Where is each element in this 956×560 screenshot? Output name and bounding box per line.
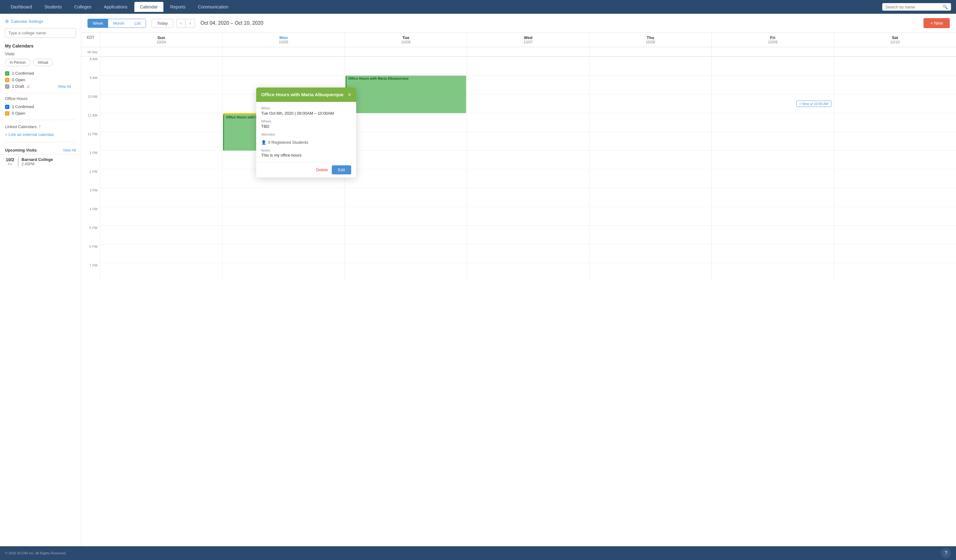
cell-sun-2pm[interactable]: [100, 169, 222, 188]
cell-fri-1pm[interactable]: [711, 150, 833, 169]
cell-thu-3pm[interactable]: [589, 188, 711, 206]
visits-view-all[interactable]: View All: [58, 84, 71, 89]
calendar-settings-link[interactable]: ⚙ Calendar Settings: [0, 19, 81, 24]
list-tab[interactable]: List: [129, 19, 146, 27]
cell-sun-9am[interactable]: [100, 76, 222, 94]
nav-students[interactable]: Students: [39, 2, 68, 12]
cell-sun-1pm[interactable]: [100, 150, 222, 169]
cell-wed-8am[interactable]: [467, 57, 589, 76]
cell-sat-12pm[interactable]: [834, 132, 956, 150]
cell-fri-7pm[interactable]: [711, 263, 833, 282]
next-week-button[interactable]: ›: [186, 19, 195, 28]
cell-thu-1pm[interactable]: [589, 150, 711, 169]
popup-delete-button[interactable]: Delete: [316, 167, 328, 172]
cell-fri-4pm[interactable]: [711, 206, 833, 225]
cell-thu-8am[interactable]: [589, 57, 711, 76]
event-tue-office-hours[interactable]: Office Hours with Maria Albuquerque: [346, 76, 466, 113]
cell-wed-1pm[interactable]: [467, 150, 589, 169]
cell-thu-5pm[interactable]: [589, 225, 711, 244]
popup-edit-button[interactable]: Edit: [332, 165, 351, 175]
cell-tue-7pm[interactable]: [344, 263, 467, 282]
cell-thu-2pm[interactable]: [589, 169, 711, 188]
cell-tue-2pm[interactable]: [344, 169, 467, 188]
cell-mon-5pm[interactable]: [222, 225, 344, 244]
upcoming-view-all[interactable]: View All: [63, 148, 76, 153]
cell-tue-9am[interactable]: Office Hours with Maria Albuquerque: [344, 76, 467, 94]
week-tab[interactable]: Week: [88, 19, 108, 27]
nav-calendar[interactable]: Calendar: [134, 2, 164, 12]
today-button[interactable]: Today: [151, 19, 173, 28]
cell-mon-6pm[interactable]: [222, 244, 344, 263]
nav-reports[interactable]: Reports: [165, 2, 191, 12]
cell-sat-8am[interactable]: [834, 57, 956, 76]
cell-fri-3pm[interactable]: [711, 188, 833, 206]
link-external-calendar[interactable]: + Link an external calendar: [0, 130, 81, 139]
cell-thu-4pm[interactable]: [589, 206, 711, 225]
cell-tue-6pm[interactable]: [344, 244, 467, 263]
cell-fri-10am[interactable]: + New at 10:00 AM: [711, 94, 833, 113]
cell-wed-6pm[interactable]: [467, 244, 589, 263]
cell-sun-11am[interactable]: [100, 113, 222, 132]
cell-sun-12pm[interactable]: [100, 132, 222, 150]
cell-mon-7pm[interactable]: [222, 263, 344, 282]
cell-thu-11am[interactable]: [589, 113, 711, 132]
college-name-input[interactable]: [5, 28, 76, 38]
cell-fri-12pm[interactable]: [711, 132, 833, 150]
cell-fri-9am[interactable]: [711, 76, 833, 94]
in-person-button[interactable]: In Person: [5, 59, 30, 66]
cell-wed-4pm[interactable]: [467, 206, 589, 225]
month-tab[interactable]: Month: [108, 19, 129, 27]
cell-sun-8am[interactable]: [100, 57, 222, 76]
cell-fri-2pm[interactable]: [711, 169, 833, 188]
search-input[interactable]: [885, 5, 941, 9]
virtual-button[interactable]: Virtual: [33, 59, 53, 66]
cell-wed-9am[interactable]: [467, 76, 589, 94]
cell-sat-2pm[interactable]: [834, 169, 956, 188]
help-button[interactable]: ?: [941, 548, 951, 558]
cell-thu-7pm[interactable]: [589, 263, 711, 282]
cell-sat-3pm[interactable]: [834, 188, 956, 206]
nav-dashboard[interactable]: Dashboard: [5, 2, 38, 12]
cell-wed-11am[interactable]: [467, 113, 589, 132]
prev-week-button[interactable]: ‹: [176, 19, 186, 28]
cell-sat-1pm[interactable]: [834, 150, 956, 169]
new-at-time-button[interactable]: + New at 10:00 AM: [796, 101, 831, 107]
cell-thu-6pm[interactable]: [589, 244, 711, 263]
cell-fri-5pm[interactable]: [711, 225, 833, 244]
new-event-button[interactable]: + New: [923, 18, 950, 28]
cell-sat-10am[interactable]: [834, 94, 956, 113]
cell-tue-12pm[interactable]: [344, 132, 467, 150]
cell-wed-10am[interactable]: [467, 94, 589, 113]
cell-fri-8am[interactable]: [711, 57, 833, 76]
cell-wed-5pm[interactable]: [467, 225, 589, 244]
office-open-checkbox[interactable]: ✓: [5, 111, 9, 116]
linked-calendars-help-icon[interactable]: ?: [38, 125, 41, 129]
cell-sat-6pm[interactable]: [834, 244, 956, 263]
cell-sat-11am[interactable]: [834, 113, 956, 132]
cell-sun-7pm[interactable]: [100, 263, 222, 282]
cell-wed-12pm[interactable]: [467, 132, 589, 150]
cell-fri-6pm[interactable]: [711, 244, 833, 263]
cell-thu-10am[interactable]: [589, 94, 711, 113]
cell-fri-11am[interactable]: [711, 113, 833, 132]
cell-tue-3pm[interactable]: [344, 188, 467, 206]
nav-applications[interactable]: Applications: [98, 2, 133, 12]
cell-wed-7pm[interactable]: [467, 263, 589, 282]
confirmed-checkbox[interactable]: ✓: [5, 71, 9, 76]
cell-thu-12pm[interactable]: [589, 132, 711, 150]
nav-colleges[interactable]: Colleges: [69, 2, 97, 12]
cell-tue-11am[interactable]: [344, 113, 467, 132]
cell-sat-7pm[interactable]: [834, 263, 956, 282]
cell-tue-4pm[interactable]: [344, 206, 467, 225]
cell-mon-8am[interactable]: [222, 57, 344, 76]
open-checkbox[interactable]: ✓: [5, 78, 9, 82]
nav-communication[interactable]: Communication: [192, 2, 234, 12]
cell-mon-3pm[interactable]: [222, 188, 344, 206]
cell-sat-9am[interactable]: [834, 76, 956, 94]
cell-sun-10am[interactable]: [100, 94, 222, 113]
cell-wed-2pm[interactable]: [467, 169, 589, 188]
cell-thu-9am[interactable]: [589, 76, 711, 94]
cell-wed-3pm[interactable]: [467, 188, 589, 206]
cell-tue-5pm[interactable]: [344, 225, 467, 244]
cell-sat-4pm[interactable]: [834, 206, 956, 225]
